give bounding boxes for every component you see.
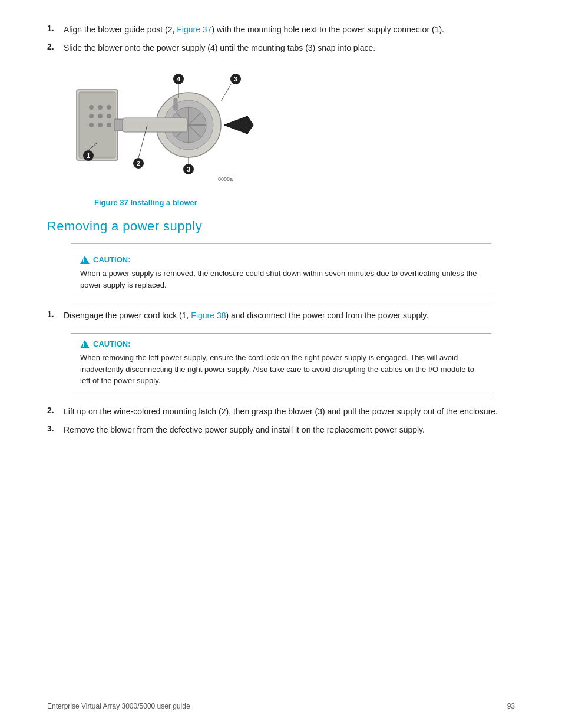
- svg-text:3: 3: [187, 166, 190, 173]
- svg-marker-20: [224, 116, 253, 134]
- svg-text:0008a: 0008a: [218, 176, 233, 182]
- svg-rect-19: [123, 118, 187, 132]
- step-1-text-before: Align the blower guide post (2,: [64, 25, 177, 34]
- remove-step-3-num: 3.: [47, 424, 59, 433]
- svg-point-4: [107, 105, 111, 110]
- caution-block-2: CAUTION: When removing the left power su…: [71, 333, 491, 393]
- step-1-text-after: ) with the mounting hole next to the pow…: [211, 25, 444, 34]
- caution-1-title: CAUTION:: [80, 255, 482, 264]
- blower-illustration: 1 2 4 3 3 0008a: [71, 66, 259, 184]
- figure-container: 1 2 4 3 3 0008a: [71, 66, 515, 207]
- caution-1-icon: [80, 256, 90, 264]
- remove-step-2-text: Lift up on the wine-colored mounting lat…: [64, 406, 515, 418]
- caution1-bottom-divider: [71, 302, 491, 302]
- svg-text:4: 4: [177, 75, 181, 83]
- step-1: 1. Align the blower guide post (2, Figur…: [47, 24, 515, 36]
- svg-point-5: [89, 114, 94, 118]
- figure38-link[interactable]: Figure 38: [191, 311, 226, 320]
- section-heading: Removing a power supply: [47, 219, 515, 239]
- svg-point-8: [89, 123, 94, 127]
- svg-point-3: [98, 105, 103, 110]
- step-2-num: 2.: [47, 42, 59, 51]
- caution-1-text: When a power supply is removed, the encl…: [80, 268, 482, 291]
- svg-rect-11: [114, 119, 123, 131]
- remove-step-2: 2. Lift up on the wine-colored mounting …: [47, 406, 515, 418]
- svg-text:1: 1: [87, 152, 90, 159]
- caution2-bottom-divider: [71, 398, 491, 398]
- remove-step-1-text-before: Disengage the power cord lock (1,: [64, 311, 191, 320]
- step-1-text: Align the blower guide post (2, Figure 3…: [64, 24, 515, 36]
- figure-caption: Figure 37 Installing a blower: [94, 198, 515, 207]
- remove-step-3: 3. Remove the blower from the defective …: [47, 424, 515, 436]
- caution2-top-divider: [71, 328, 491, 328]
- footer-left: Enterprise Virtual Array 3000/5000 user …: [47, 702, 190, 710]
- caution-1-label: CAUTION:: [93, 255, 131, 264]
- figure37-link[interactable]: Figure 37: [177, 25, 211, 34]
- remove-steps-2: 2. Lift up on the wine-colored mounting …: [47, 406, 515, 436]
- step-1-num: 1.: [47, 24, 59, 33]
- svg-point-6: [98, 114, 103, 118]
- remove-step-1: 1. Disengage the power cord lock (1, Fig…: [47, 309, 515, 322]
- footer-right: 93: [507, 702, 515, 710]
- svg-text:2: 2: [137, 160, 140, 167]
- svg-point-2: [89, 105, 94, 110]
- step-2: 2. Slide the blower onto the power suppl…: [47, 42, 515, 54]
- caution-2-text: When removing the left power supply, ens…: [80, 352, 482, 387]
- remove-step-2-num: 2.: [47, 406, 59, 415]
- caution-2-label: CAUTION:: [93, 340, 131, 348]
- section-divider: [71, 243, 491, 244]
- svg-point-10: [107, 123, 111, 127]
- caution-2-icon: [80, 340, 90, 348]
- remove-steps-1: 1. Disengage the power cord lock (1, Fig…: [47, 309, 515, 322]
- footer: Enterprise Virtual Array 3000/5000 user …: [0, 702, 562, 710]
- figure-svg: 1 2 4 3 3 0008a: [71, 66, 259, 196]
- remove-step-3-text: Remove the blower from the defective pow…: [64, 424, 515, 436]
- remove-step-1-text-after: ) and disconnect the power cord from the…: [226, 311, 429, 320]
- step-2-text: Slide the blower onto the power supply (…: [64, 42, 515, 54]
- svg-point-7: [107, 114, 111, 118]
- remove-step-1-text: Disengage the power cord lock (1, Figure…: [64, 309, 515, 322]
- svg-point-9: [98, 123, 103, 127]
- svg-text:3: 3: [234, 75, 237, 83]
- remove-step-1-num: 1.: [47, 309, 59, 319]
- caution-block-1: CAUTION: When a power supply is removed,…: [71, 249, 491, 297]
- svg-line-35: [221, 84, 231, 101]
- intro-steps: 1. Align the blower guide post (2, Figur…: [47, 24, 515, 54]
- svg-rect-21: [174, 98, 177, 110]
- caution-2-title: CAUTION:: [80, 340, 482, 348]
